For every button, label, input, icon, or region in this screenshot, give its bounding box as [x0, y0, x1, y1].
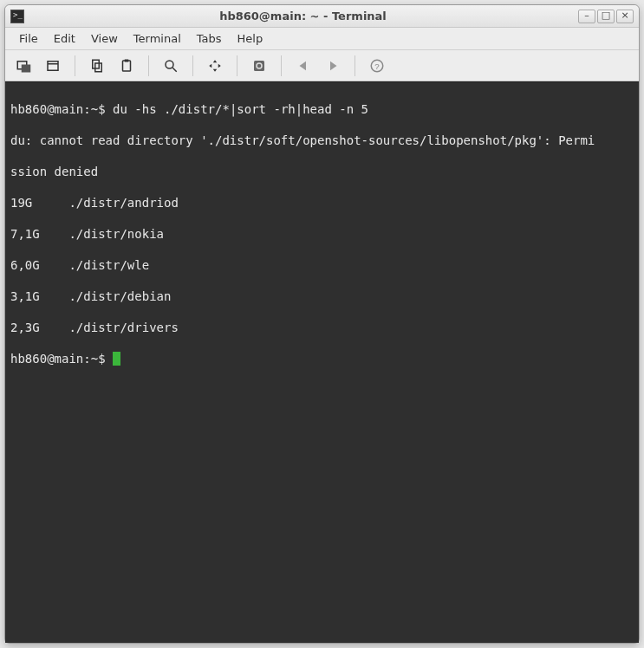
svg-marker-11	[213, 68, 218, 71]
svg-rect-1	[22, 64, 31, 72]
menu-terminal[interactable]: Terminal	[127, 29, 188, 48]
terminal-output-row: 6,0G ./distr/wle	[10, 257, 634, 273]
close-button[interactable]: ×	[616, 10, 634, 23]
maximize-button[interactable]: □	[597, 10, 615, 23]
prompt: hb860@main:~$	[10, 352, 113, 366]
help-icon[interactable]: ?	[364, 54, 390, 78]
terminal-output-row: 19G ./distr/andriod	[10, 195, 634, 211]
menubar: File Edit View Terminal Tabs Help	[5, 28, 639, 50]
toolbar: ?	[5, 50, 639, 81]
svg-marker-17	[330, 61, 337, 70]
terminal-output-row: 7,1G ./distr/nokia	[10, 226, 634, 242]
titlebar[interactable]: hb860@main: ~ - Terminal – □ ×	[5, 5, 639, 28]
svg-line-9	[172, 68, 177, 72]
svg-text:?: ?	[374, 61, 380, 70]
cursor-icon	[113, 352, 120, 366]
toolbar-separator	[281, 55, 282, 76]
command-text: du -hs ./distr/*|sort -rh|head -n 5	[113, 102, 368, 116]
svg-marker-13	[218, 63, 221, 68]
terminal-window: hb860@main: ~ - Terminal – □ × File Edit…	[4, 4, 640, 644]
terminal-error-line: ssion denied	[10, 164, 634, 179]
window-title: hb860@main: ~ - Terminal	[28, 10, 578, 23]
new-tab-icon[interactable]	[10, 54, 36, 78]
svg-rect-6	[123, 61, 131, 71]
minimize-button[interactable]: –	[578, 10, 595, 23]
terminal-output-row: 3,1G ./distr/debian	[10, 288, 634, 304]
svg-rect-14	[254, 61, 264, 71]
svg-marker-12	[209, 63, 211, 68]
menu-file[interactable]: File	[12, 29, 45, 48]
new-window-icon[interactable]	[40, 54, 66, 78]
menu-tabs[interactable]: Tabs	[190, 29, 229, 48]
window-buttons: – □ ×	[578, 10, 634, 23]
menu-view[interactable]: View	[84, 29, 125, 48]
paste-icon[interactable]	[114, 54, 140, 78]
svg-rect-7	[125, 59, 129, 62]
terminal-app-icon	[10, 10, 24, 23]
toolbar-separator	[192, 55, 193, 76]
prompt: hb860@main:~$	[10, 102, 113, 116]
toolbar-separator	[355, 55, 355, 76]
menu-help[interactable]: Help	[231, 29, 270, 48]
svg-rect-2	[48, 61, 58, 70]
terminal-output[interactable]: hb860@main:~$ du -hs ./distr/*|sort -rh|…	[5, 81, 639, 643]
terminal-error-line: du: cannot read directory './distr/soft/…	[10, 133, 634, 148]
toolbar-separator	[237, 55, 237, 76]
next-icon[interactable]	[320, 54, 346, 78]
search-icon[interactable]	[158, 54, 184, 78]
toolbar-separator	[148, 55, 149, 76]
svg-marker-16	[300, 61, 307, 70]
terminal-line: hb860@main:~$ du -hs ./distr/*|sort -rh|…	[10, 101, 634, 117]
svg-point-8	[166, 61, 173, 68]
svg-marker-10	[213, 60, 218, 62]
preferences-icon[interactable]	[246, 54, 272, 78]
toolbar-separator	[75, 55, 75, 76]
terminal-output-row: 2,3G ./distr/drivers	[10, 320, 634, 335]
terminal-line: hb860@main:~$	[10, 351, 634, 366]
prev-icon[interactable]	[290, 54, 316, 78]
fullscreen-icon[interactable]	[202, 54, 228, 78]
menu-edit[interactable]: Edit	[47, 29, 82, 48]
copy-icon[interactable]	[84, 54, 110, 78]
